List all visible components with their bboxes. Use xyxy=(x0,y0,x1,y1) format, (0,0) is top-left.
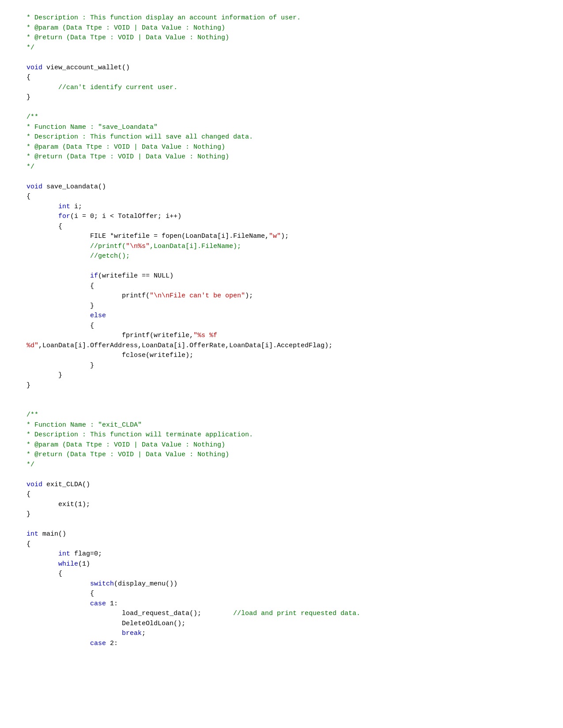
code-line: else xyxy=(26,311,537,321)
code-line: break; xyxy=(26,629,537,639)
code-container: * Description : This function display an… xyxy=(0,0,563,728)
code-line: */ xyxy=(26,460,537,470)
code-line: * @param (Data Ttpe : VOID | Data Value … xyxy=(26,143,537,153)
code-line: for(i = 0; i < TotalOffer; i++) xyxy=(26,212,537,222)
code-line: DeleteOldLoan(); xyxy=(26,619,537,629)
code-line xyxy=(26,390,537,401)
code-line: void exit_CLDA() xyxy=(26,480,537,490)
code-line: void view_account_wallet() xyxy=(26,63,537,73)
code-line: FILE *writefile = fopen(LoanData[i].File… xyxy=(26,232,537,242)
code-line xyxy=(26,172,537,182)
code-line: * @param (Data Ttpe : VOID | Data Value … xyxy=(26,440,537,450)
code-line: while(1) xyxy=(26,559,537,570)
code-line: { xyxy=(26,281,537,292)
code-line: %d",LoanData[i].OfferAddress,LoanData[i]… xyxy=(26,341,537,351)
code-line: { xyxy=(26,192,537,202)
code-line: * Description : This function will termi… xyxy=(26,430,537,440)
code-line: * @return (Data Ttpe : VOID | Data Value… xyxy=(26,33,537,43)
code-line: { xyxy=(26,540,537,550)
code-line xyxy=(26,103,537,113)
code-line: * @return (Data Ttpe : VOID | Data Value… xyxy=(26,152,537,162)
code-line: } xyxy=(26,510,537,520)
code-line: { xyxy=(26,321,537,331)
code-line: } xyxy=(26,93,537,103)
code-line: /** xyxy=(26,113,537,123)
code-line: load_request_data(); //load and print re… xyxy=(26,609,537,619)
code-line: fprintf(writefile,"%s %f xyxy=(26,331,537,341)
code-block: * Description : This function display an… xyxy=(26,13,537,649)
code-line: /** xyxy=(26,410,537,420)
code-line: } xyxy=(26,361,537,371)
code-line xyxy=(26,262,537,272)
code-line: //getch(); xyxy=(26,251,537,262)
code-line: //printf("\n%s",LoanData[i].FileName); xyxy=(26,242,537,252)
code-line: fclose(writefile); xyxy=(26,351,537,361)
code-line: */ xyxy=(26,162,537,173)
code-line: { xyxy=(26,222,537,232)
code-line xyxy=(26,520,537,530)
code-line: printf("\n\nFile can't be open"); xyxy=(26,291,537,301)
code-line: } xyxy=(26,301,537,311)
code-line: * @param (Data Ttpe : VOID | Data Value … xyxy=(26,23,537,34)
code-line: * Description : This function display an… xyxy=(26,13,537,23)
code-line: { xyxy=(26,490,537,500)
code-line xyxy=(26,401,537,411)
code-line: } xyxy=(26,381,537,391)
code-line: case 2: xyxy=(26,639,537,649)
code-line: int flag=0; xyxy=(26,549,537,559)
code-line: case 1: xyxy=(26,599,537,609)
code-line: * Function Name : "exit_CLDA" xyxy=(26,420,537,431)
code-line xyxy=(26,53,537,63)
code-line: int i; xyxy=(26,202,537,212)
code-line xyxy=(26,470,537,480)
code-line: { xyxy=(26,73,537,83)
code-line: * Description : This function will save … xyxy=(26,132,537,143)
code-line: void save_Loandata() xyxy=(26,182,537,192)
code-line: int main() xyxy=(26,529,537,540)
code-line: if(writefile == NULL) xyxy=(26,271,537,281)
code-line: exit(1); xyxy=(26,500,537,510)
code-line: * @return (Data Ttpe : VOID | Data Value… xyxy=(26,450,537,460)
code-line: } xyxy=(26,371,537,381)
code-line: { xyxy=(26,569,537,579)
code-line: //can't identify current user. xyxy=(26,83,537,93)
code-line: switch(display_menu()) xyxy=(26,579,537,589)
code-line: * Function Name : "save_Loandata" xyxy=(26,123,537,133)
code-line: { xyxy=(26,589,537,599)
code-line: */ xyxy=(26,43,537,53)
